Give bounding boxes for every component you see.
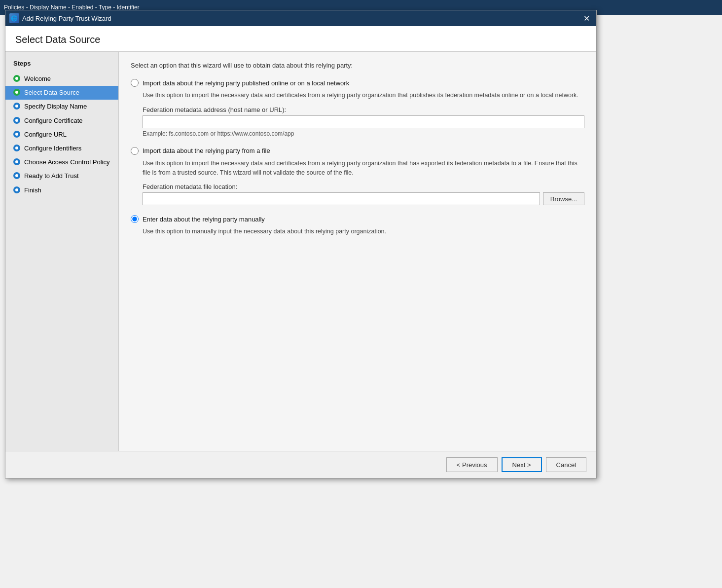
federation-url-input[interactable] [143,115,584,128]
radio-manual-label[interactable]: Enter data about the relying party manua… [143,216,265,223]
radio-online-label[interactable]: Import data about the relying party publ… [143,79,349,87]
next-button[interactable]: Next > [502,457,542,472]
step-label-configure-url: Configure URL [24,130,67,139]
step-label-choose-access-control-policy: Choose Access Control Policy [24,158,109,167]
radio-row-manual: Enter data about the relying party manua… [131,215,584,223]
sidebar-item-configure-url[interactable]: Configure URL [5,128,118,142]
dialog-header: Select Data Source [5,26,596,52]
steps-panel: Steps Welcome Select Data Source Specify… [5,52,119,451]
step-dot-welcome [13,75,20,82]
step-dot-specify-display-name [13,103,20,110]
federation-file-field-label: Federation metadata file location: [143,183,584,190]
file-input-row: Browse... [143,192,584,205]
radio-manual[interactable] [131,215,139,223]
federation-file-input[interactable] [143,192,540,205]
dialog-title-left: 🌐 Add Relying Party Trust Wizard [9,13,111,23]
sidebar-item-ready-to-add-trust[interactable]: Ready to Add Trust [5,169,118,183]
wizard-dialog: 🌐 Add Relying Party Trust Wizard ✕ Selec… [5,10,597,478]
step-dot-choose-access-control-policy [13,158,20,165]
dialog-footer: < Previous Next > Cancel [5,451,596,478]
radio-file[interactable] [131,147,139,155]
step-label-finish: Finish [24,186,41,195]
cancel-button[interactable]: Cancel [546,457,586,472]
step-label-configure-certificate: Configure Certificate [24,116,83,125]
federation-url-field-label: Federation metadata address (host name o… [143,106,584,113]
sidebar-item-finish[interactable]: Finish [5,184,118,197]
wizard-icon: 🌐 [9,13,19,23]
step-label-welcome: Welcome [24,74,51,83]
step-dot-configure-certificate [13,117,20,124]
option-group-file: Import data about the relying party from… [131,147,584,206]
step-dot-configure-identifiers [13,145,20,151]
step-dot-finish [13,186,20,193]
browse-button[interactable]: Browse... [543,192,584,205]
sidebar-item-configure-identifiers[interactable]: Configure Identifiers [5,142,118,155]
step-dot-ready-to-add-trust [13,172,20,179]
sidebar-item-configure-certificate[interactable]: Configure Certificate [5,114,118,128]
step-label-configure-identifiers: Configure Identifiers [24,144,81,153]
radio-row-online: Import data about the relying party publ… [131,79,584,87]
close-button[interactable]: ✕ [580,12,592,24]
sidebar-item-choose-access-control-policy[interactable]: Choose Access Control Policy [5,155,118,169]
step-label-ready-to-add-trust: Ready to Add Trust [24,172,79,181]
previous-button[interactable]: < Previous [446,457,498,472]
radio-row-file: Import data about the relying party from… [131,147,584,155]
step-label-select-data-source: Select Data Source [24,88,79,97]
page-title: Select Data Source [15,34,586,45]
dialog-body: Steps Welcome Select Data Source Specify… [5,52,596,451]
federation-url-example: Example: fs.contoso.com or https://www.c… [143,130,584,137]
dialog-title-text: Add Relying Party Trust Wizard [22,15,111,22]
option-manual-description: Use this option to manually input the ne… [143,227,584,236]
sidebar-item-welcome[interactable]: Welcome [5,72,118,86]
steps-title: Steps [5,60,118,72]
step-dot-select-data-source [13,89,20,96]
option-online-description: Use this option to import the necessary … [143,91,584,100]
content-panel: Select an option that this wizard will u… [119,52,596,451]
option-group-manual: Enter data about the relying party manua… [131,215,584,236]
radio-file-label[interactable]: Import data about the relying party from… [143,147,270,154]
option-group-online: Import data about the relying party publ… [131,79,584,137]
option-file-description: Use this option to import the necessary … [143,159,584,178]
step-label-specify-display-name: Specify Display Name [24,102,87,111]
content-intro-text: Select an option that this wizard will u… [131,62,584,69]
sidebar-item-specify-display-name[interactable]: Specify Display Name [5,100,118,113]
step-dot-configure-url [13,131,20,138]
radio-online[interactable] [131,79,139,87]
sidebar-item-select-data-source[interactable]: Select Data Source [5,86,118,100]
dialog-title-bar: 🌐 Add Relying Party Trust Wizard ✕ [5,10,596,26]
